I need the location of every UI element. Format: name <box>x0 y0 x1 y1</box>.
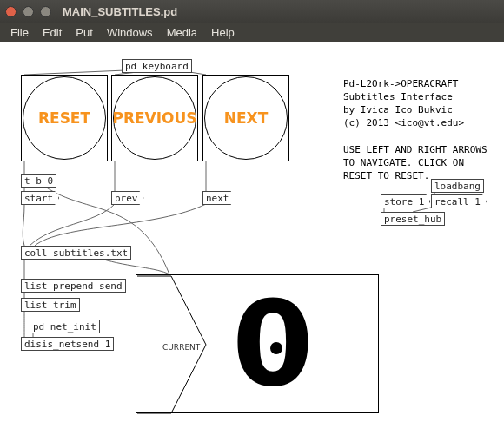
info-title: Pd-L2Ork->OPERACRAFT Subtitles Interface… <box>343 78 464 129</box>
titlebar: MAIN_SUBTITLES.pd <box>0 0 504 23</box>
menu-windows[interactable]: Windows <box>100 24 160 41</box>
msg-next[interactable]: next <box>202 191 235 205</box>
current-display[interactable]: CURRENT 0 <box>136 274 379 413</box>
msg-prev[interactable]: prev <box>111 191 144 205</box>
pd-canvas[interactable]: pd keyboard RESET PREVIOUS NEXT Pd-L2Ork… <box>0 42 504 435</box>
msg-recall[interactable]: recall 1 <box>431 194 487 208</box>
obj-preset-hub[interactable]: preset_hub <box>381 212 445 226</box>
menu-media[interactable]: Media <box>160 24 204 41</box>
bang-reset[interactable]: RESET <box>21 75 108 161</box>
menu-put[interactable]: Put <box>69 24 100 41</box>
bang-next[interactable]: NEXT <box>202 75 289 161</box>
obj-disis-netsend[interactable]: disis_netsend 1 <box>21 337 114 351</box>
obj-pd-net-init[interactable]: pd net_init <box>30 320 100 333</box>
obj-list-prepend[interactable]: list prepend send <box>21 279 126 293</box>
obj-loadbang[interactable]: loadbang <box>431 179 484 193</box>
maximize-icon[interactable] <box>40 6 51 17</box>
zero-dot-icon <box>270 342 282 354</box>
current-label: CURRENT <box>162 343 200 352</box>
bang-next-label: NEXT <box>224 109 269 127</box>
minimize-icon[interactable] <box>23 6 34 17</box>
bang-reset-label: RESET <box>38 109 90 127</box>
msg-store[interactable]: store 1 <box>381 194 430 208</box>
menubar: File Edit Put Windows Media Help <box>0 23 504 42</box>
bang-previous-label: PREVIOUS <box>112 109 196 127</box>
bang-previous[interactable]: PREVIOUS <box>111 75 198 161</box>
obj-t-b-0[interactable]: t b 0 <box>21 174 56 188</box>
menu-file[interactable]: File <box>3 24 36 41</box>
menu-help[interactable]: Help <box>204 24 242 41</box>
msg-start[interactable]: start <box>21 191 59 205</box>
window-title: MAIN_SUBTITLES.pd <box>63 5 177 18</box>
info-nav: USE LEFT AND RIGHT ARROWS TO NAVIGATE. C… <box>343 144 487 183</box>
obj-list-trim[interactable]: list trim <box>21 298 80 312</box>
obj-pd-keyboard[interactable]: pd keyboard <box>122 59 192 73</box>
obj-coll[interactable]: coll subtitles.txt <box>21 246 131 260</box>
close-icon[interactable] <box>5 6 17 17</box>
menu-edit[interactable]: Edit <box>36 24 69 41</box>
